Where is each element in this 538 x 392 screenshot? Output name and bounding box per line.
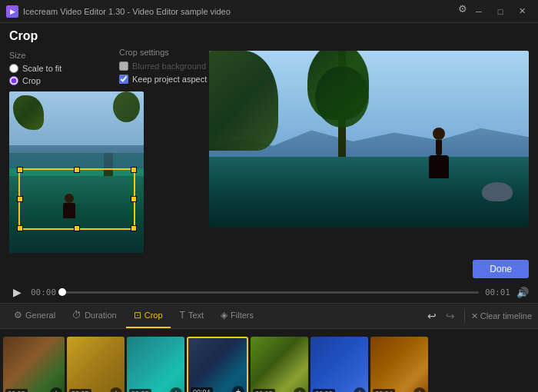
timeline-clip-3[interactable]: 00:03 + <box>127 337 184 392</box>
text-icon: T <box>180 310 185 321</box>
crop-handle-rm[interactable] <box>131 196 137 202</box>
clip-5-add-btn[interactable]: + <box>294 387 306 392</box>
clip-6-duration: 00:06 <box>313 389 335 392</box>
maximize-button[interactable]: □ <box>490 3 510 20</box>
timeline-clip-5[interactable]: 00:03 + <box>251 337 308 392</box>
play-button[interactable]: ▶ <box>9 284 25 300</box>
play-icon: ▶ <box>13 286 22 298</box>
page-title: Crop <box>0 23 538 48</box>
blurred-background-label: Blurred background <box>132 61 206 71</box>
tab-separator <box>464 310 465 322</box>
time-total: 00:01 <box>485 287 510 297</box>
clear-timeline-button[interactable]: ✕ Clear timeline <box>471 311 532 321</box>
timeline-clip-4[interactable]: 00:04 + <box>187 337 248 392</box>
clip-7-info: 00:04 + <box>373 387 426 392</box>
crop-label: Crop <box>22 76 41 85</box>
settings-icon[interactable]: ⚙ <box>458 3 467 20</box>
tab-text-label: Text <box>188 311 204 320</box>
timeline-clip-6[interactable]: 00:06 + <box>311 337 368 392</box>
close-button[interactable]: ✕ <box>512 3 532 20</box>
blurred-background-checkbox[interactable] <box>119 61 128 71</box>
video-controls: ▶ 00:00 00:01 🔊 <box>0 281 538 303</box>
crop-radio[interactable] <box>9 76 18 85</box>
general-icon: ⚙ <box>14 310 22 321</box>
timeline-clip-2[interactable]: 00:05 + <box>67 337 125 392</box>
volume-icon[interactable]: 🔊 <box>516 287 529 298</box>
clip-5-duration: 00:03 <box>253 389 275 392</box>
clip-6-add-btn[interactable]: + <box>354 387 366 392</box>
clear-timeline-label: Clear timeline <box>480 311 532 321</box>
crop-selection-box[interactable] <box>18 168 135 230</box>
tab-filters[interactable]: ◈ Filters <box>213 304 261 328</box>
clip-1-duration: 00:02 <box>5 389 28 392</box>
clip-3-info: 00:03 + <box>129 387 182 392</box>
rp-figure-head <box>433 128 445 140</box>
timeline-clip-7[interactable]: 00:04 + <box>370 337 428 392</box>
tab-crop[interactable]: ⊡ Crop <box>126 304 171 328</box>
redo-button[interactable]: ↪ <box>443 308 458 324</box>
crop-handle-lm[interactable] <box>17 196 23 202</box>
minimize-button[interactable]: ─ <box>469 3 489 20</box>
crop-icon: ⊡ <box>134 310 141 321</box>
app-icon: ▶ <box>6 5 18 18</box>
small-preview <box>9 91 144 253</box>
clip-7-add-btn[interactable]: + <box>413 387 426 392</box>
crop-handle-tr[interactable] <box>131 167 137 173</box>
tab-general-label: General <box>25 311 55 320</box>
scale-to-fit-radio[interactable] <box>9 64 18 73</box>
undo-button[interactable]: ↩ <box>424 308 440 324</box>
rp-rock <box>482 182 513 201</box>
tab-text[interactable]: T Text <box>172 304 212 328</box>
timeline: 00:02 + 00:05 + 00:03 + 00:04 + 00:03 + … <box>0 329 538 392</box>
titlebar-title: Icecream Video Editor 1.30 - Video Edito… <box>23 7 231 16</box>
progress-bar[interactable] <box>62 291 479 294</box>
crop-handle-bl[interactable] <box>17 225 23 231</box>
duration-icon: ⏱ <box>72 310 81 321</box>
rp-water <box>209 157 529 228</box>
right-preview-image <box>209 51 529 228</box>
undo-redo-section: ↩ ↪ ✕ Clear timeline <box>424 308 532 324</box>
palm-area <box>9 91 144 161</box>
rp-foliage-2 <box>315 66 369 128</box>
crop-handle-tl[interactable] <box>17 167 23 173</box>
done-button-container: Done <box>0 255 538 281</box>
clip-3-duration: 00:03 <box>129 389 151 392</box>
tab-filters-label: Filters <box>231 311 254 320</box>
right-palms <box>113 91 140 122</box>
timeline-clip-1[interactable]: 00:02 + <box>3 337 65 392</box>
tab-duration-label: Duration <box>85 311 117 320</box>
crop-handle-tm[interactable] <box>74 167 80 173</box>
clear-timeline-icon: ✕ <box>471 311 478 321</box>
rp-figure-hair <box>436 140 442 155</box>
rp-left-foliage <box>209 51 278 151</box>
clip-2-add-btn[interactable]: + <box>110 387 122 392</box>
clip-1-info: 00:02 + <box>5 387 62 392</box>
clip-2-info: 00:05 + <box>69 387 122 392</box>
scale-to-fit-label: Scale to fit <box>22 64 61 73</box>
clip-4-duration: 00:04 <box>191 387 213 392</box>
clip-7-duration: 00:04 <box>373 389 395 392</box>
crop-handle-bm[interactable] <box>74 225 80 231</box>
rp-figure-container <box>429 128 449 178</box>
clip-1-add-btn[interactable]: + <box>50 387 62 392</box>
tab-general[interactable]: ⚙ General <box>6 304 63 328</box>
tab-duration[interactable]: ⏱ Duration <box>65 304 125 328</box>
progress-thumb[interactable] <box>58 288 66 296</box>
clip-4-info: 00:04 + <box>191 386 244 392</box>
right-preview <box>209 51 529 228</box>
titlebar-controls: ⚙ ─ □ ✕ <box>458 3 532 20</box>
clip-4-add-btn[interactable]: + <box>232 386 244 392</box>
titlebar-left: ▶ Icecream Video Editor 1.30 - Video Edi… <box>6 5 231 18</box>
keep-aspect-ratio-checkbox[interactable] <box>119 75 128 84</box>
time-current: 00:00 <box>31 287 56 297</box>
clip-3-add-btn[interactable]: + <box>170 387 182 392</box>
titlebar: ▶ Icecream Video Editor 1.30 - Video Edi… <box>0 0 538 23</box>
clip-6-info: 00:06 + <box>313 387 366 392</box>
left-palms <box>13 95 44 130</box>
crop-handle-br[interactable] <box>131 225 137 231</box>
tab-bar: ⚙ General ⏱ Duration ⊡ Crop T Text ◈ Fil… <box>0 303 538 329</box>
done-button[interactable]: Done <box>473 260 529 278</box>
top-section: Size Scale to fit Crop <box>0 48 538 255</box>
clip-2-duration: 00:05 <box>69 389 91 392</box>
tab-crop-label: Crop <box>144 311 163 320</box>
